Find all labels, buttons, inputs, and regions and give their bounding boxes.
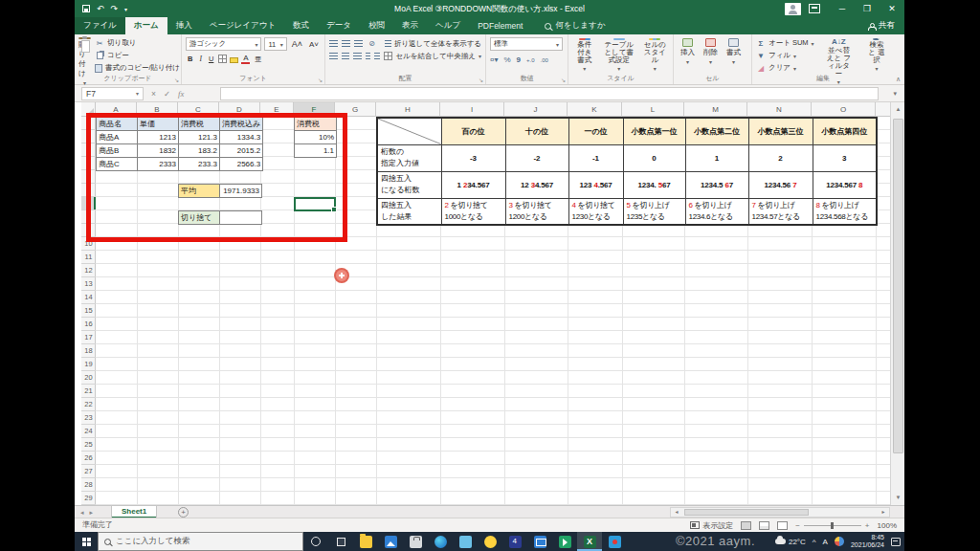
tell-me-search[interactable]: 何をしますか bbox=[545, 17, 605, 34]
selected-cell-F7[interactable] bbox=[294, 197, 336, 211]
row-header-23[interactable]: 23 bbox=[81, 411, 96, 425]
cell-B4[interactable]: 2333 bbox=[138, 158, 179, 171]
app-button-yellow[interactable] bbox=[478, 532, 502, 551]
expand-formula-bar-icon[interactable]: ▾ bbox=[893, 87, 897, 100]
cell-C1[interactable]: 消費税 bbox=[179, 118, 220, 131]
insert-function-icon[interactable]: fx bbox=[178, 89, 184, 99]
cell-C8[interactable]: 切り捨て bbox=[179, 211, 220, 225]
row-header-22[interactable]: 22 bbox=[81, 398, 96, 411]
row-header-8[interactable]: 8 bbox=[81, 210, 96, 224]
sheet-nav-right-icon[interactable]: ▸ bbox=[90, 509, 94, 517]
row-header-26[interactable]: 26 bbox=[81, 452, 96, 465]
name-box-dropdown-icon[interactable]: ▾ bbox=[136, 88, 139, 99]
cell-B3[interactable]: 1832 bbox=[138, 144, 179, 158]
tab-insert[interactable]: 挿入 bbox=[167, 17, 201, 34]
delete-cells-button[interactable]: 削除▾ bbox=[701, 37, 721, 74]
close-button[interactable]: ✕ bbox=[880, 0, 904, 17]
alignment-dialog-launcher[interactable]: ↘ bbox=[479, 77, 483, 83]
round-row-label-result[interactable]: 四捨五入した結果 bbox=[377, 198, 441, 225]
cell-D4[interactable]: 2566.3 bbox=[220, 158, 263, 171]
tab-view[interactable]: 表示 bbox=[393, 17, 427, 34]
align-bottom-icon[interactable] bbox=[354, 40, 363, 48]
round-col-header-tens[interactable]: 十の位 bbox=[505, 118, 568, 144]
weather-widget[interactable]: 22°C bbox=[775, 538, 806, 546]
round-col-header-ones[interactable]: 一の位 bbox=[568, 118, 623, 144]
zoom-slider[interactable]: −+ bbox=[795, 521, 869, 530]
photos-button[interactable] bbox=[378, 532, 403, 551]
cell-D1[interactable]: 消費税込み bbox=[220, 118, 263, 131]
round-result-cell[interactable]: 5 を切り上げ1235となる bbox=[623, 198, 685, 225]
round-digit-cell[interactable]: -2 bbox=[505, 144, 568, 171]
excel-taskbar-button[interactable] bbox=[577, 532, 602, 551]
row-header-10[interactable]: 10 bbox=[81, 237, 96, 251]
tab-data[interactable]: データ bbox=[318, 17, 360, 34]
font-name-select[interactable]: 游ゴシック▾ bbox=[186, 37, 261, 51]
round-number-cell[interactable]: 12 34.567 bbox=[505, 171, 568, 198]
cell-A1[interactable]: 商品名 bbox=[97, 118, 138, 131]
row-header-9[interactable]: 9 bbox=[81, 224, 96, 237]
wrap-text-button[interactable]: 折り返して全体を表示する bbox=[385, 38, 481, 50]
language-ball-icon[interactable] bbox=[835, 537, 844, 546]
cell-F3[interactable]: 1.1 bbox=[295, 144, 337, 158]
select-all-corner[interactable] bbox=[81, 102, 96, 117]
cut-button[interactable]: ✂切り取り bbox=[95, 37, 180, 49]
find-select-button[interactable]: 検索と 選択▾ bbox=[863, 37, 890, 74]
round-col-header-hundredths[interactable]: 小数点第二位 bbox=[685, 118, 748, 144]
horizontal-scrollbar-thumb[interactable] bbox=[684, 509, 809, 516]
column-header-N[interactable]: N bbox=[747, 102, 812, 117]
percent-format-icon[interactable]: % bbox=[503, 55, 510, 64]
row-header-5[interactable]: 5 bbox=[81, 170, 96, 184]
round-result-cell[interactable]: 7 を切り上げ1234.57となる bbox=[748, 198, 813, 225]
column-header-B[interactable]: B bbox=[137, 102, 178, 117]
round-result-cell[interactable]: 8 を切り上げ1234.568となる bbox=[813, 198, 877, 225]
font-size-select[interactable]: 11▾ bbox=[264, 37, 286, 51]
decrease-decimal-icon[interactable]: .00 bbox=[541, 57, 548, 63]
taskbar-search-input[interactable]: ここに入力して検索 bbox=[98, 532, 303, 551]
phonetic-guide-icon[interactable]: 亜 bbox=[253, 53, 263, 65]
start-button[interactable] bbox=[75, 532, 98, 551]
cell-F1[interactable]: 消費税 bbox=[295, 118, 337, 131]
column-header-J[interactable]: J bbox=[504, 102, 568, 117]
zoom-slider-thumb[interactable] bbox=[831, 522, 834, 529]
share-app-button[interactable] bbox=[552, 532, 577, 551]
view-normal-button[interactable] bbox=[741, 521, 751, 530]
cell-A3[interactable]: 商品B bbox=[97, 144, 138, 158]
file-explorer-button[interactable] bbox=[353, 532, 378, 551]
column-header-I[interactable]: I bbox=[440, 102, 504, 117]
cell-C2[interactable]: 121.3 bbox=[179, 131, 220, 144]
number-format-select[interactable]: 標準▾ bbox=[490, 37, 563, 51]
restore-button[interactable]: ❐ bbox=[855, 0, 880, 17]
column-header-M[interactable]: M bbox=[684, 102, 747, 117]
round-result-cell[interactable]: 2 を切り捨て1000となる bbox=[441, 198, 505, 225]
screen-recorder-button[interactable] bbox=[602, 532, 627, 551]
increase-font-icon[interactable]: A˄ bbox=[290, 38, 304, 51]
decrease-indent-icon[interactable] bbox=[366, 53, 371, 60]
row-header-14[interactable]: 14 bbox=[81, 291, 96, 304]
row-header-4[interactable]: 4 bbox=[81, 157, 96, 170]
round-row-label-number[interactable]: 四捨五入になる桁数 bbox=[377, 171, 441, 198]
row-header-7[interactable]: 7 bbox=[81, 197, 96, 210]
increase-indent-icon[interactable] bbox=[374, 53, 380, 60]
row-header-2[interactable]: 2 bbox=[81, 130, 96, 143]
align-middle-icon[interactable] bbox=[342, 40, 350, 48]
scroll-right-icon[interactable]: ▸ bbox=[878, 508, 889, 517]
round-row-label-digits[interactable]: 桁数の指定入力値 bbox=[377, 144, 441, 171]
minimize-button[interactable]: ─ bbox=[830, 0, 855, 17]
orientation-icon[interactable]: ⊘ bbox=[367, 37, 377, 50]
cell-D8[interactable] bbox=[220, 211, 262, 225]
tab-review[interactable]: 校閲 bbox=[360, 17, 393, 34]
cell-D6[interactable]: 1971.9333 bbox=[220, 185, 262, 198]
format-cells-button[interactable]: 書式▾ bbox=[724, 37, 744, 74]
clipboard-dialog-launcher[interactable]: ↘ bbox=[174, 77, 179, 83]
decrease-font-icon[interactable]: A˅ bbox=[307, 38, 321, 51]
cell-C6[interactable]: 平均 bbox=[179, 185, 220, 198]
clear-button[interactable]: ◢クリア▾ bbox=[756, 62, 814, 74]
paste-button[interactable]: 貼り付け ▾ bbox=[78, 37, 91, 74]
align-left-icon[interactable] bbox=[329, 53, 338, 60]
row-header-17[interactable]: 17 bbox=[81, 331, 96, 344]
round-number-cell[interactable]: 123 4.567 bbox=[568, 171, 623, 198]
scroll-down-icon[interactable]: ▼ bbox=[891, 491, 904, 505]
view-page-break-button[interactable] bbox=[777, 521, 788, 530]
round-digit-cell[interactable]: -1 bbox=[568, 144, 623, 171]
taskbar-clock[interactable]: 8:452021/06/24 bbox=[851, 534, 884, 549]
